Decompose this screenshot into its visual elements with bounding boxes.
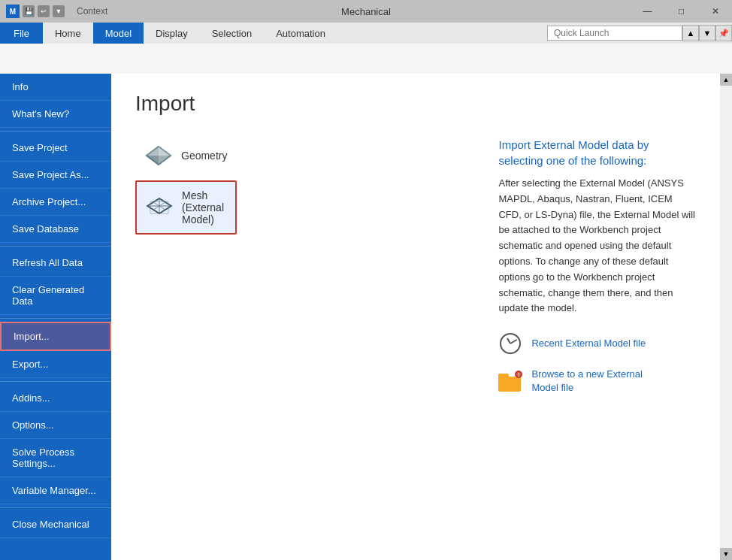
ribbon: File Home Model Display Selection Automa… [0,23,732,74]
geometry-icon [145,142,172,169]
browse-file-label: Browse to a new ExternalModel file [531,368,642,395]
recent-file-action[interactable]: Recent External Model file [498,331,696,356]
app-title: Mechanical [341,6,391,17]
pin-button[interactable]: 📌 [715,25,732,41]
sidebar-item-export[interactable]: Export... [0,351,111,378]
app-icon: M [6,5,20,18]
context-tab-label: Context [77,6,107,17]
tab-selection[interactable]: Selection [200,23,264,44]
geometry-label: Geometry [181,150,227,162]
clock-icon [498,331,522,356]
scroll-up-arrow[interactable]: ▲ [720,74,732,86]
undo-quick-btn[interactable]: ↩ [38,5,50,17]
sidebar-divider-4 [0,381,111,382]
folder-icon: ! [498,369,522,393]
info-panel: Import External Model data by selecting … [498,134,696,407]
tab-automation[interactable]: Automation [264,23,337,44]
sidebar: Info What's New? Save Project Save Proje… [0,74,111,560]
tab-home[interactable]: Home [43,23,93,44]
import-layout: Geometry [135,134,696,407]
import-option-mesh[interactable]: Mesh (External Model) [135,180,237,235]
close-button[interactable]: ✕ [698,0,732,23]
sidebar-divider-5 [0,507,111,508]
quick-access-toolbar: 💾 ↩ ▼ [23,5,65,17]
info-panel-title: Import External Model data by selecting … [498,137,696,168]
ribbon-content-row [0,44,732,74]
recent-file-label: Recent External Model file [531,337,646,350]
save-quick-btn[interactable]: 💾 [23,5,35,17]
sidebar-item-save-database[interactable]: Save Database [0,216,111,243]
title-bar: M 💾 ↩ ▼ Context Mechanical — □ ✕ [0,0,732,23]
info-panel-text: After selecting the External Model (ANSY… [498,176,696,316]
page-title: Import [135,92,696,116]
sidebar-item-whats-new[interactable]: What's New? [0,101,111,128]
sidebar-item-clear-generated[interactable]: Clear Generated Data [0,277,111,315]
window-controls: — □ ✕ [631,0,732,23]
sidebar-item-refresh-all[interactable]: Refresh All Data [0,250,111,277]
sidebar-item-save-project[interactable]: Save Project [0,135,111,162]
tab-file[interactable]: File [0,23,43,44]
sidebar-item-info[interactable]: Info [0,74,111,101]
quick-launch-area: ▲ ▼ 📌 [547,25,732,41]
sidebar-divider-2 [0,246,111,247]
ribbon-tab-row: File Home Model Display Selection Automa… [0,23,732,44]
minimize-button[interactable]: — [631,0,664,23]
sidebar-item-solve-process[interactable]: Solve Process Settings... [0,439,111,477]
import-options-list: Geometry [135,134,237,407]
sidebar-divider-1 [0,131,111,132]
sidebar-divider-3 [0,318,111,319]
content-area: Import Geometry [111,74,720,560]
nav-forward-button[interactable]: ▼ [699,25,715,41]
sidebar-item-addins[interactable]: Addins... [0,385,111,412]
main-layout: Info What's New? Save Project Save Proje… [0,74,732,560]
nav-back-button[interactable]: ▲ [682,25,699,41]
mesh-label: Mesh (External Model) [182,189,226,226]
tab-model[interactable]: Model [93,23,144,44]
browse-file-action[interactable]: ! Browse to a new ExternalModel file [498,368,696,395]
sidebar-item-close[interactable]: Close Mechanical [0,511,111,538]
dropdown-quick-btn[interactable]: ▼ [53,5,65,17]
sidebar-item-archive-project[interactable]: Archive Project... [0,189,111,216]
scroll-down-arrow[interactable]: ▼ [720,548,732,560]
import-option-geometry[interactable]: Geometry [135,134,237,177]
quick-launch-input[interactable] [547,26,682,41]
tab-display[interactable]: Display [144,23,200,44]
sidebar-item-options[interactable]: Options... [0,412,111,439]
sidebar-item-import[interactable]: Import... [0,322,111,351]
sidebar-item-variable-manager[interactable]: Variable Manager... [0,477,111,504]
mesh-icon [146,194,173,221]
sidebar-item-save-project-as[interactable]: Save Project As... [0,162,111,189]
maximize-button[interactable]: □ [664,0,698,23]
right-scrollbar: ▲ ▼ [720,74,732,560]
